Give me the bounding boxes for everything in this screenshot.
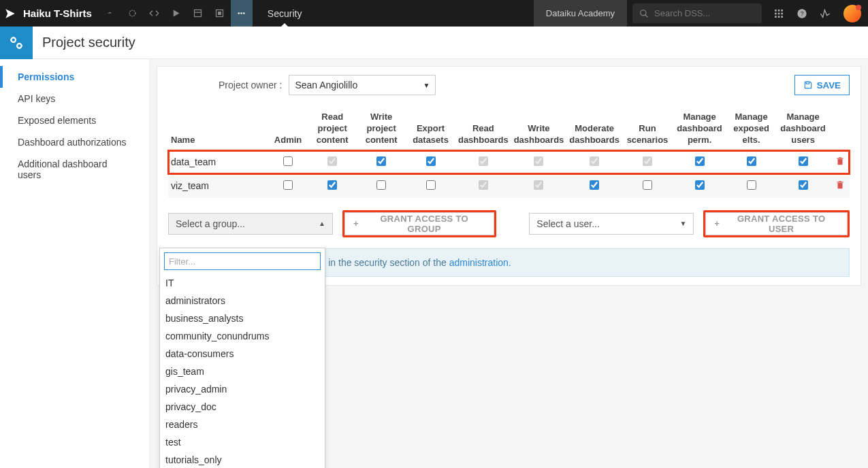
plus-icon: + — [353, 218, 359, 229]
svg-point-5 — [238, 12, 240, 14]
svg-rect-1 — [195, 10, 202, 17]
search-box[interactable] — [632, 3, 762, 23]
svg-point-8 — [641, 10, 646, 15]
search-icon — [639, 9, 649, 18]
dropdown-option[interactable]: IT — [160, 274, 325, 292]
perm-checkbox[interactable] — [426, 180, 436, 190]
perm-checkbox[interactable] — [590, 180, 599, 190]
settings-icon — [0, 27, 33, 59]
dropdown-option[interactable]: test — [160, 433, 325, 451]
perm-checkbox[interactable] — [799, 156, 808, 166]
perm-checkbox[interactable] — [479, 180, 488, 190]
flow-icon[interactable] — [100, 0, 122, 27]
perm-checkbox[interactable] — [534, 180, 543, 190]
search-input[interactable] — [654, 8, 750, 18]
page-title: Project security — [33, 35, 135, 50]
dropdown-option[interactable]: business_analysts — [160, 310, 325, 327]
delete-icon[interactable] — [835, 181, 845, 192]
app-logo[interactable] — [0, 0, 20, 27]
svg-point-0 — [129, 10, 135, 16]
col-export: Export datasets — [406, 107, 455, 150]
perm-checkbox[interactable] — [534, 156, 543, 166]
perm-checkbox[interactable] — [643, 180, 652, 190]
dropdown-option[interactable]: data-consumers — [160, 345, 325, 363]
dropdown-filter[interactable] — [164, 252, 321, 270]
dropdown-option[interactable]: privacy_admin — [160, 380, 325, 398]
perm-checkbox[interactable] — [590, 156, 599, 166]
sidebar-item-api-keys[interactable]: API keys — [0, 88, 149, 110]
perm-checkbox[interactable] — [799, 180, 808, 190]
col-write-db: Write dashboards — [511, 107, 567, 150]
apps-icon[interactable] — [767, 0, 790, 27]
svg-rect-18 — [781, 16, 783, 18]
perm-checkbox[interactable] — [327, 180, 337, 190]
help-icon[interactable]: ? — [790, 0, 814, 27]
dropdown-option[interactable]: readers — [160, 416, 325, 433]
dropdown-option[interactable]: privacy_doc — [160, 398, 325, 416]
perm-checkbox[interactable] — [327, 156, 337, 166]
dropdown-option[interactable]: tutorials_only — [160, 451, 325, 468]
sidebar-item-exposed-elements[interactable]: Exposed elements — [0, 110, 149, 131]
dropdown-option[interactable]: administrators — [160, 292, 325, 310]
owner-value: Sean Angiolillo — [295, 80, 357, 90]
svg-point-7 — [243, 12, 245, 14]
code-icon[interactable] — [144, 0, 165, 27]
svg-rect-14 — [778, 12, 780, 14]
svg-point-6 — [241, 12, 243, 14]
permissions-panel: Project owner : Sean Angiolillo ▼ SAVE N… — [157, 66, 861, 286]
play-icon[interactable] — [165, 0, 187, 27]
sidebar-item-additional-dashboard-users[interactable]: Additional dashboard users — [0, 153, 149, 186]
svg-line-9 — [645, 14, 648, 17]
user-avatar[interactable] — [843, 5, 861, 22]
project-name[interactable]: Haiku T-Shirts — [20, 7, 100, 19]
dashboard-icon[interactable] — [187, 0, 209, 27]
dropdown-option[interactable]: gis_team — [160, 363, 325, 380]
circle-icon[interactable] — [122, 0, 144, 27]
save-icon — [803, 80, 813, 90]
tab-security[interactable]: Security — [253, 0, 317, 27]
perm-checkbox[interactable] — [479, 156, 488, 166]
group-select[interactable]: Select a group... ▲ — [168, 213, 333, 235]
row-name: viz_team — [168, 174, 268, 198]
perm-checkbox[interactable] — [747, 156, 756, 166]
svg-rect-16 — [775, 16, 777, 18]
perm-checkbox[interactable] — [376, 156, 386, 166]
admin-link[interactable]: administration. — [449, 257, 511, 268]
export-icon[interactable] — [209, 0, 231, 27]
delete-icon[interactable] — [835, 157, 845, 168]
activity-icon[interactable] — [814, 0, 837, 27]
col-mod-db: Moderate dashboards — [566, 107, 622, 150]
svg-rect-13 — [775, 12, 777, 14]
owner-select[interactable]: Sean Angiolillo ▼ — [289, 75, 436, 95]
dropdown-option[interactable]: community_conundrums — [160, 327, 325, 345]
perm-checkbox[interactable] — [376, 180, 386, 190]
perm-checkbox[interactable] — [747, 180, 756, 190]
perm-checkbox[interactable] — [695, 156, 705, 166]
col-mdu: Manage dashboard users — [776, 107, 830, 150]
sidebar-item-permissions[interactable]: Permissions — [0, 66, 149, 88]
perm-checkbox[interactable] — [283, 156, 293, 166]
row-name: data_team — [168, 150, 268, 174]
sidebar: Permissions API keys Exposed elements Da… — [0, 59, 150, 468]
col-write-pc: Write project content — [357, 107, 406, 150]
perm-checkbox[interactable] — [695, 180, 705, 190]
svg-rect-15 — [781, 12, 783, 14]
academy-link[interactable]: Dataiku Academy — [534, 0, 627, 27]
group-dropdown: ITadministratorsbusiness_analystscommuni… — [159, 248, 325, 468]
svg-rect-17 — [778, 16, 780, 18]
col-mee: Manage exposed elts. — [726, 107, 776, 150]
caret-up-icon: ▲ — [319, 220, 325, 227]
perm-checkbox[interactable] — [283, 180, 293, 190]
sidebar-item-dashboard-authorizations[interactable]: Dashboard authorizations — [0, 131, 149, 153]
user-select[interactable]: Select a user... ▼ — [529, 213, 694, 235]
save-button[interactable]: SAVE — [794, 75, 850, 95]
grant-user-button[interactable]: + GRANT ACCESS TO USER — [705, 212, 848, 235]
permissions-table: Name Admin Read project content Write pr… — [168, 107, 850, 198]
perm-checkbox[interactable] — [643, 156, 652, 166]
svg-rect-4 — [218, 12, 221, 15]
svg-rect-23 — [806, 82, 809, 84]
caret-icon: ▼ — [423, 82, 430, 89]
perm-checkbox[interactable] — [426, 156, 436, 166]
more-icon[interactable] — [231, 0, 253, 27]
grant-group-button[interactable]: + GRANT ACCESS TO GROUP — [344, 212, 494, 235]
